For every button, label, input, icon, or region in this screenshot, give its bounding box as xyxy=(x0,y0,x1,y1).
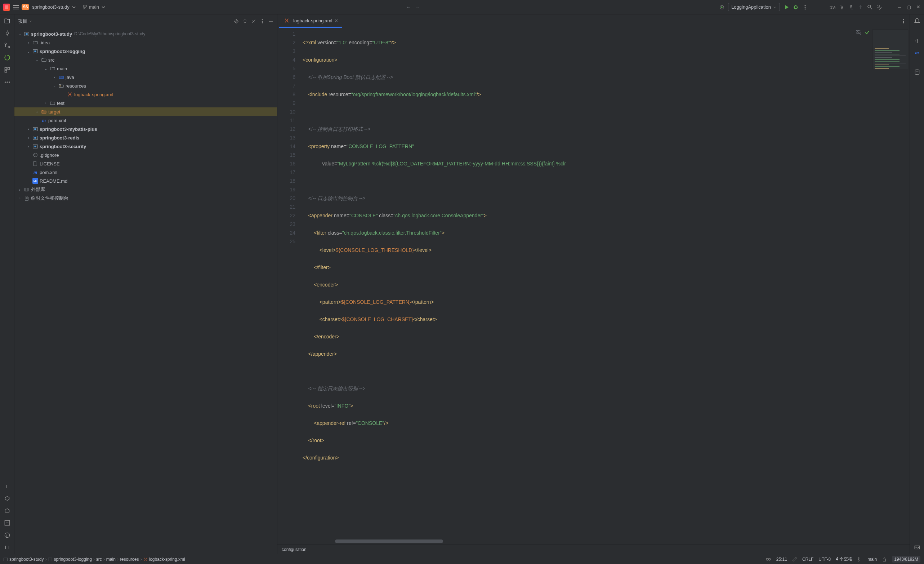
cursor-position[interactable]: 25:11 xyxy=(776,557,787,562)
tree-row[interactable]: ›springboot3-redis xyxy=(14,133,277,142)
maven-tool-icon[interactable]: m xyxy=(914,49,921,56)
more-icon[interactable] xyxy=(901,19,906,24)
terminal-tool-icon[interactable]: T xyxy=(4,483,11,490)
tree-row-selected[interactable]: ›target xyxy=(14,107,277,116)
tree-row[interactable]: ›java xyxy=(14,73,277,81)
tree-row[interactable]: ⌄src xyxy=(14,56,277,64)
ai-assistant-icon[interactable]: {} xyxy=(914,37,921,44)
more-tool-icon[interactable] xyxy=(4,78,11,86)
close-icon[interactable]: ✕ xyxy=(915,5,921,10)
search-icon[interactable] xyxy=(867,5,873,10)
tree-row[interactable]: M↓README.md xyxy=(14,177,277,185)
run-configuration-selector[interactable]: LoggingApplication xyxy=(728,3,780,11)
main-menu-icon[interactable] xyxy=(13,5,19,9)
notifications-icon[interactable] xyxy=(914,17,921,24)
runner-icon[interactable] xyxy=(719,5,724,10)
close-panel-icon[interactable] xyxy=(251,19,256,24)
code-with-me-icon[interactable] xyxy=(839,5,845,10)
maven-icon: m xyxy=(32,169,38,175)
svg-rect-32 xyxy=(34,50,36,52)
minimize-icon[interactable]: ─ xyxy=(897,5,902,10)
git-branch[interactable]: main xyxy=(867,557,877,562)
nav-back-icon[interactable]: ← xyxy=(406,5,411,10)
editor-body[interactable]: 1234567891011121314151617181920212223242… xyxy=(278,28,910,544)
branch-icon xyxy=(857,557,862,562)
more-icon[interactable] xyxy=(802,5,808,10)
breadcrumb-item[interactable]: springboot3-logging xyxy=(48,557,92,562)
tree-row-root[interactable]: ⌄ springboot3-study D:\Code\MyGithub\spr… xyxy=(14,30,277,38)
tree-row[interactable]: .gitignore xyxy=(14,150,277,159)
database-tool-icon[interactable] xyxy=(914,68,921,76)
tree-row[interactable]: ›springboot3-security xyxy=(14,142,277,150)
minimize-panel-icon[interactable] xyxy=(268,19,273,24)
tree-row[interactable]: ⌄springboot3-logging xyxy=(14,47,277,56)
line-number-gutter[interactable]: 1234567891011121314151617181920212223242… xyxy=(278,28,299,544)
reader-mode-icon[interactable] xyxy=(855,30,861,35)
tree-row[interactable]: ›.idea xyxy=(14,38,277,47)
project-tree[interactable]: ⌄ springboot3-study D:\Code\MyGithub\spr… xyxy=(14,28,277,554)
lock-icon[interactable] xyxy=(882,557,887,562)
project-selector[interactable]: springboot3-study xyxy=(32,5,76,10)
tree-row[interactable]: mpom.xml xyxy=(14,168,277,177)
horizontal-scrollbar[interactable] xyxy=(335,540,443,543)
titlebar: SS springboot3-study main ← → LoggingApp… xyxy=(0,0,924,14)
file-encoding[interactable]: UTF-8 xyxy=(819,557,831,562)
expand-all-icon[interactable] xyxy=(242,19,248,24)
project-panel-title[interactable]: 项目 xyxy=(18,18,32,24)
spring-tool-icon[interactable] xyxy=(4,54,11,61)
translate-icon[interactable]: 文A xyxy=(830,5,836,10)
vcs-branch-selector[interactable]: main xyxy=(82,5,106,10)
tree-row[interactable]: ›springboot3-mybatis-plus xyxy=(14,125,277,133)
debug-icon[interactable] xyxy=(793,5,799,10)
editor-tab[interactable]: logback-spring.xml ✕ xyxy=(279,14,342,28)
memory-indicator[interactable]: 1943/8192M xyxy=(892,556,920,562)
breadcrumb-item[interactable]: main xyxy=(106,557,116,562)
svg-point-2 xyxy=(83,8,84,9)
code-editor[interactable]: <?xml version="1.0" encoding="UTF-8"?> <… xyxy=(299,28,910,544)
xml-file-icon xyxy=(143,557,148,561)
maximize-icon[interactable]: ▢ xyxy=(906,5,912,10)
line-separator[interactable]: CRLF xyxy=(802,557,813,562)
more-icon[interactable] xyxy=(260,19,265,24)
breadcrumb-item[interactable]: resources xyxy=(120,557,139,562)
minimap[interactable] xyxy=(872,30,908,69)
tree-row[interactable]: ⌄main xyxy=(14,64,277,73)
highlighter-icon[interactable] xyxy=(792,557,797,562)
vcs-tool-icon[interactable] xyxy=(4,544,11,551)
tree-row[interactable]: logback-spring.xml xyxy=(14,90,277,99)
breadcrumb-item[interactable]: logback-spring.xml xyxy=(143,557,185,562)
commit-tool-icon[interactable] xyxy=(4,30,11,37)
indent-setting[interactable]: 4 个空格 xyxy=(836,556,852,562)
run-icon[interactable] xyxy=(783,5,789,10)
inspection-widget[interactable] xyxy=(855,30,870,35)
breadcrumb-item[interactable]: springboot3-study xyxy=(4,557,44,562)
copilot-icon[interactable] xyxy=(765,556,771,562)
problems-tool-icon[interactable]: i xyxy=(4,532,11,539)
tree-row[interactable]: ⌄resources xyxy=(14,81,277,90)
inspection-ok-icon[interactable] xyxy=(864,30,870,35)
svg-point-44 xyxy=(903,19,904,20)
select-opened-file-icon[interactable] xyxy=(234,19,239,24)
git-tool-icon[interactable] xyxy=(4,519,11,526)
project-tool-icon[interactable] xyxy=(4,17,11,24)
tree-row[interactable]: ›test xyxy=(14,99,277,107)
settings-icon[interactable] xyxy=(876,5,882,10)
tree-row[interactable]: ›外部库 xyxy=(14,185,277,194)
services-tool-icon[interactable] xyxy=(4,495,11,502)
tree-row[interactable]: LICENSE xyxy=(14,159,277,168)
tree-row[interactable]: ›临时文件和控制台 xyxy=(14,194,277,203)
structure-tool-icon[interactable] xyxy=(4,66,11,74)
nav-forward-icon[interactable]: → xyxy=(415,5,420,10)
close-tab-icon[interactable]: ✕ xyxy=(334,18,338,23)
thumbnail-icon[interactable] xyxy=(914,544,921,551)
build-tool-icon[interactable] xyxy=(4,507,11,514)
pull-request-tool-icon[interactable] xyxy=(4,42,11,49)
editor-crumb-bar[interactable]: configuration xyxy=(278,544,910,554)
crumb-item[interactable]: configuration xyxy=(282,547,306,552)
update-project-icon[interactable] xyxy=(858,5,864,10)
breadcrumb-item[interactable]: src xyxy=(96,557,102,562)
folder-icon xyxy=(32,40,38,45)
tree-row[interactable]: mpom.xml xyxy=(14,116,277,125)
code-with-me-icon[interactable] xyxy=(848,5,854,10)
svg-rect-33 xyxy=(60,86,61,86)
